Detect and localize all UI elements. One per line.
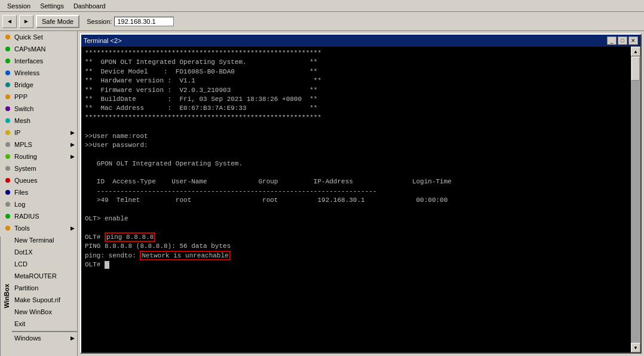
quick-set-label: Quick Set <box>14 33 43 41</box>
log-label: Log <box>14 201 25 208</box>
winbox-label: WinBox <box>0 237 12 356</box>
back-icon: ◄ <box>7 18 13 24</box>
sidebar-item-system[interactable]: System <box>0 162 77 174</box>
session-value: 192.168.30.1 <box>114 17 174 26</box>
ping-sendto-line: ping: sendto: Network is unreachable <box>85 251 231 260</box>
metarouter-label: MetaROUTER <box>14 272 57 280</box>
ppp-label: PPP <box>14 93 27 100</box>
terminal-cursor <box>105 261 109 269</box>
switch-label: Switch <box>14 105 33 112</box>
radius-label: RADIUS <box>14 213 39 220</box>
terminal-controls: _ □ ✕ <box>607 36 638 45</box>
scroll-down-button[interactable]: ▼ <box>631 343 640 352</box>
ping-command: ping 8.8.8.8 <box>105 232 155 242</box>
menu-bar: Session Settings Dashboard <box>0 0 644 12</box>
sidebar-item-mpls[interactable]: MPLS▶ <box>0 139 77 151</box>
terminal-titlebar: Terminal <2> _ □ ✕ <box>81 35 640 47</box>
bridge-label: Bridge <box>14 81 33 88</box>
toolbar: ◄ ► Safe Mode Session: 192.168.30.1 <box>0 12 644 31</box>
sidebar-item-wireless[interactable]: Wireless <box>0 67 77 79</box>
sidebar-item-ppp[interactable]: PPP <box>0 91 77 103</box>
capsman-icon <box>4 45 12 53</box>
dot1x-label: Dot1X <box>14 248 33 256</box>
tools-arrow-icon: ▶ <box>70 225 75 231</box>
mesh-label: Mesh <box>14 117 30 124</box>
sidebar-item-tools[interactable]: Tools▶ <box>0 222 77 234</box>
tools-label: Tools <box>14 225 30 232</box>
wireless-label: Wireless <box>14 69 39 76</box>
mesh-icon <box>4 116 12 125</box>
back-button[interactable]: ◄ <box>2 15 17 28</box>
windows-arrow-icon: ▶ <box>70 335 75 341</box>
sidebar-item-log[interactable]: Log <box>0 198 77 210</box>
routing-icon <box>4 152 12 161</box>
system-label: System <box>14 165 36 172</box>
scroll-thumb[interactable] <box>631 57 640 81</box>
sidebar-item-quick-set[interactable]: Quick Set <box>0 31 77 43</box>
menu-dashboard[interactable]: Dashboard <box>69 1 111 11</box>
menu-settings[interactable]: Settings <box>35 1 69 11</box>
sidebar-item-routing[interactable]: Routing▶ <box>0 151 77 162</box>
queues-icon <box>4 176 12 185</box>
forward-icon: ► <box>23 18 29 24</box>
tools-icon <box>4 224 12 232</box>
content-area: Terminal <2> _ □ ✕ *********************… <box>78 31 644 356</box>
ip-icon <box>4 128 12 137</box>
interfaces-label: Interfaces <box>14 57 43 65</box>
system-icon <box>4 164 12 173</box>
files-label: Files <box>14 189 28 196</box>
sidebar-item-mesh[interactable]: Mesh <box>0 115 77 127</box>
forward-button[interactable]: ► <box>19 15 33 28</box>
make-supout-label: Make Supout.rif <box>14 296 60 303</box>
radius-icon <box>4 212 12 220</box>
mpls-arrow-icon: ▶ <box>70 142 75 148</box>
sidebar-item-radius[interactable]: RADIUS <box>0 210 77 222</box>
partition-label: Partition <box>14 284 38 291</box>
sidebar-item-interfaces[interactable]: Interfaces <box>0 55 77 67</box>
sidebar-item-files[interactable]: Files <box>0 186 77 198</box>
ppp-icon <box>4 93 12 101</box>
lcd-label: LCD <box>14 260 27 268</box>
switch-icon <box>4 105 12 113</box>
files-icon <box>4 188 12 197</box>
network-unreachable: Network is unreachable <box>140 251 230 260</box>
terminal-close-button[interactable]: ✕ <box>628 36 638 45</box>
safe-mode-button[interactable]: Safe Mode <box>36 15 79 28</box>
sidebar-item-switch[interactable]: Switch <box>0 103 77 115</box>
routing-arrow-icon: ▶ <box>70 154 75 159</box>
terminal-scrollbar: ▲ ▼ <box>631 47 640 352</box>
routing-label: Routing <box>14 153 37 160</box>
sidebar-item-queues[interactable]: Queues <box>0 174 77 186</box>
menu-session[interactable]: Session <box>2 1 35 11</box>
sidebar-item-capsman[interactable]: CAPsMAN <box>0 43 77 55</box>
scroll-track <box>631 56 640 343</box>
terminal-window: Terminal <2> _ □ ✕ *********************… <box>80 33 642 354</box>
quick-set-icon <box>4 33 12 41</box>
sidebar-item-bridge[interactable]: Bridge <box>0 79 77 91</box>
terminal-minimize-button[interactable]: _ <box>607 36 617 45</box>
terminal-title: Terminal <2> <box>84 37 122 44</box>
terminal-maximize-button[interactable]: □ <box>618 36 627 45</box>
ip-label: IP <box>14 129 20 136</box>
mpls-label: MPLS <box>14 141 32 148</box>
sidebar-item-ip[interactable]: IP▶ <box>0 127 77 139</box>
capsman-label: CAPsMAN <box>14 45 46 53</box>
exit-label: Exit <box>14 320 25 327</box>
terminal-inner: ****************************************… <box>81 47 640 352</box>
log-icon <box>4 200 12 208</box>
mpls-icon <box>4 140 12 149</box>
new-winbox-label: New WinBox <box>14 308 52 315</box>
ping-command-line: OLT# ping 8.8.8.8 <box>85 232 155 242</box>
session-label: Session: <box>87 18 112 25</box>
main-layout: Quick SetCAPsMANInterfacesWirelessBridge… <box>0 31 644 356</box>
bridge-icon <box>4 81 12 89</box>
queues-label: Queues <box>14 177 38 184</box>
wireless-icon <box>4 69 12 77</box>
new-terminal-label: New Terminal <box>14 237 54 244</box>
scroll-up-button[interactable]: ▲ <box>631 47 640 56</box>
ip-arrow-icon: ▶ <box>70 130 75 136</box>
terminal-body[interactable]: ****************************************… <box>81 47 631 352</box>
interfaces-icon <box>4 57 12 65</box>
windows-label: Windows <box>14 334 41 342</box>
